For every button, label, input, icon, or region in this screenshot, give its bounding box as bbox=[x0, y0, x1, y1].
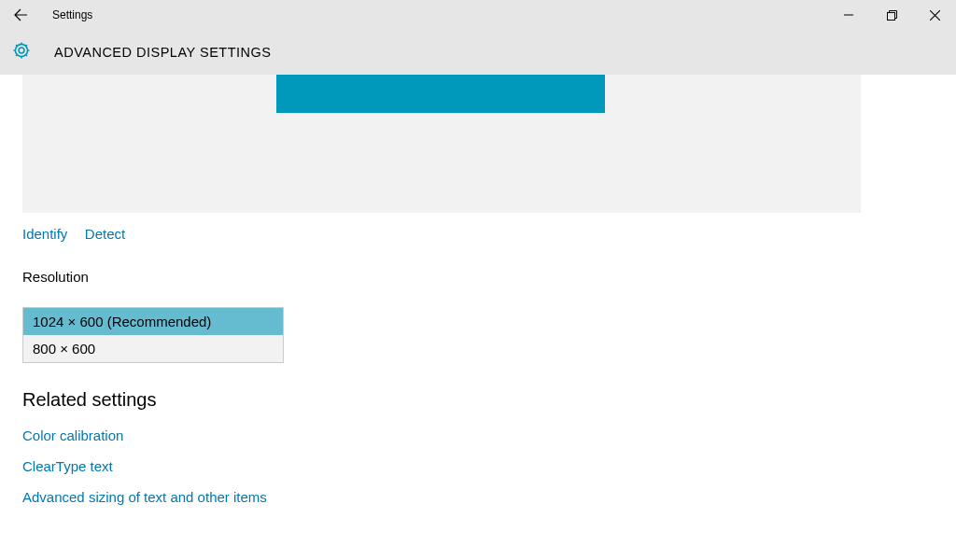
back-arrow-icon bbox=[13, 7, 28, 22]
advanced-sizing-link[interactable]: Advanced sizing of text and other items bbox=[22, 489, 956, 505]
svg-rect-0 bbox=[887, 12, 894, 20]
titlebar: Settings bbox=[0, 0, 956, 30]
resolution-option-recommended[interactable]: 956 × 560 (Recommended) bbox=[23, 308, 283, 335]
svg-point-1 bbox=[19, 48, 24, 53]
close-icon bbox=[930, 10, 940, 21]
header: Settings ADVANCED DISPLAY SETTINGS bbox=[0, 0, 956, 75]
gear-icon bbox=[11, 40, 32, 64]
maximize-button[interactable] bbox=[870, 0, 913, 30]
window-title: Settings bbox=[52, 8, 92, 21]
page-title: ADVANCED DISPLAY SETTINGS bbox=[54, 45, 271, 60]
window-controls bbox=[827, 0, 956, 30]
display-preview-area bbox=[22, 75, 861, 213]
back-button[interactable] bbox=[0, 0, 41, 30]
page-title-row: ADVANCED DISPLAY SETTINGS bbox=[0, 30, 956, 75]
cleartype-text-link[interactable]: ClearType text bbox=[22, 458, 956, 474]
identify-link[interactable]: Identify bbox=[22, 226, 67, 242]
display-action-links: Identify Detect bbox=[22, 226, 956, 243]
minimize-button[interactable] bbox=[827, 0, 870, 30]
svg-point-2 bbox=[15, 44, 27, 56]
resolution-option-800x600[interactable]: 800 × 600 bbox=[23, 335, 283, 362]
related-settings-heading: Related settings bbox=[22, 389, 956, 411]
monitor-thumbnail[interactable] bbox=[276, 75, 605, 113]
resolution-label: Resolution bbox=[22, 269, 956, 285]
maximize-icon bbox=[887, 10, 897, 21]
color-calibration-link[interactable]: Color calibration bbox=[22, 427, 956, 443]
content: Identify Detect Resolution Apply Cancel … bbox=[0, 75, 956, 505]
detect-link[interactable]: Detect bbox=[85, 226, 125, 242]
resolution-dropdown[interactable]: Apply Cancel 956 × 560 (Recommended) 80… bbox=[22, 307, 284, 335]
resolution-dropdown-list: 956 × 560 (Recommended) 800 × 600 bbox=[22, 307, 284, 363]
minimize-icon bbox=[844, 10, 853, 20]
close-button[interactable] bbox=[913, 0, 956, 30]
